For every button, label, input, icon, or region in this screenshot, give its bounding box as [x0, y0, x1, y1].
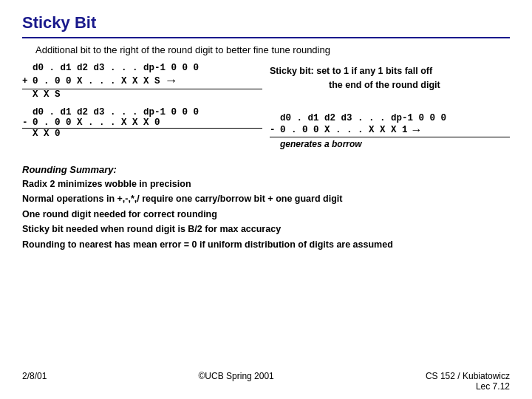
addition-row1: d0 . d1 d2 d3 . . . dp-1 0 0 0	[33, 63, 199, 73]
sticky-desc-line2: the end of the round digit	[329, 80, 440, 90]
sub-left-line3: X X 0	[33, 129, 262, 139]
footer-right-line2: Lec 7.12	[426, 381, 510, 392]
right-column: Sticky bit: set to 1 if any 1 bits fall …	[270, 63, 510, 157]
borrow-arrow-icon: →	[411, 123, 423, 137]
addition-line2: + 0 . 0 0 X . . . X X X S →	[22, 73, 262, 89]
sub-right-line1: d0 . d1 d2 d3 . . . dp-1 0 0 0	[270, 113, 510, 123]
plus-sym: +	[22, 76, 30, 86]
addition-line1: d0 . d1 d2 d3 . . . dp-1 0 0 0	[22, 63, 262, 73]
footer-left: 2/8/01	[22, 371, 47, 392]
addition-row3: X X S	[33, 89, 61, 100]
addition-line3: X X S	[33, 89, 262, 100]
minus-sym-left: -	[22, 117, 30, 128]
left-column: d0 . d1 d2 d3 . . . dp-1 0 0 0 + 0 . 0 0…	[22, 63, 262, 157]
sub-left-line1: d0 . d1 d2 d3 . . . dp-1 0 0 0	[22, 107, 262, 117]
summary-item-1: Normal operations in +,-,*,/ require one…	[22, 193, 510, 206]
sub-left-row1: d0 . d1 d2 d3 . . . dp-1 0 0 0	[33, 107, 199, 117]
content-area: d0 . d1 d2 d3 . . . dp-1 0 0 0 + 0 . 0 0…	[22, 63, 510, 157]
sub-right-row1: d0 . d1 d2 d3 . . . dp-1 0 0 0	[280, 113, 446, 123]
footer: 2/8/01 ©UCB Spring 2001 CS 152 / Kubiato…	[22, 371, 510, 392]
sticky-description: Sticky bit: set to 1 if any 1 bits fall …	[270, 64, 510, 92]
addition-row2: 0 . 0 0 X . . . X X X S	[33, 76, 160, 86]
summary-section: Rounding Summary: Radix 2 minimizes wobb…	[22, 164, 510, 252]
addition-block: d0 . d1 d2 d3 . . . dp-1 0 0 0 + 0 . 0 0…	[22, 63, 262, 100]
slide-title: Sticky Bit	[22, 13, 510, 38]
summary-item-3: Sticky bit needed when round digit is B/…	[22, 223, 510, 236]
subtraction-left-block: d0 . d1 d2 d3 . . . dp-1 0 0 0 - 0 . 0 0…	[22, 107, 262, 139]
arrow-right-icon: →	[165, 73, 178, 89]
summary-item-4: Rounding to nearest has mean error = 0 i…	[22, 239, 510, 252]
footer-center: ©UCB Spring 2001	[199, 371, 274, 392]
sub-right-line2: - 0 . 0 0 X . . . X X X 1 →	[270, 123, 510, 137]
summary-item-2: One round digit needed for correct round…	[22, 208, 510, 222]
footer-right: CS 152 / Kubiatowicz Lec 7.12	[426, 371, 510, 392]
sub-right-row2: 0 . 0 0 X . . . X X X 1	[280, 125, 408, 135]
footer-right-line1: CS 152 / Kubiatowicz	[426, 371, 510, 381]
slide: Sticky Bit Additional bit to the right o…	[0, 0, 532, 399]
subtitle-text: Additional bit to the right of the round…	[35, 44, 510, 55]
summary-title: Rounding Summary:	[22, 164, 510, 175]
sub-left-row3: X X 0	[33, 129, 61, 139]
summary-item-0: Radix 2 minimizes wobble in precision	[22, 178, 510, 191]
sub-left-row2: 0 . 0 0 X . . . X X X 0	[33, 117, 160, 128]
sub-left-line2: - 0 . 0 0 X . . . X X X 0	[22, 117, 262, 129]
subtraction-right-block: d0 . d1 d2 d3 . . . dp-1 0 0 0 - 0 . 0 0…	[270, 113, 510, 149]
sticky-desc-line1: Sticky bit: set to 1 if any 1 bits fall …	[270, 66, 432, 76]
generates-text: generates a borrow	[280, 139, 510, 149]
minus-sym-right: -	[270, 125, 277, 135]
